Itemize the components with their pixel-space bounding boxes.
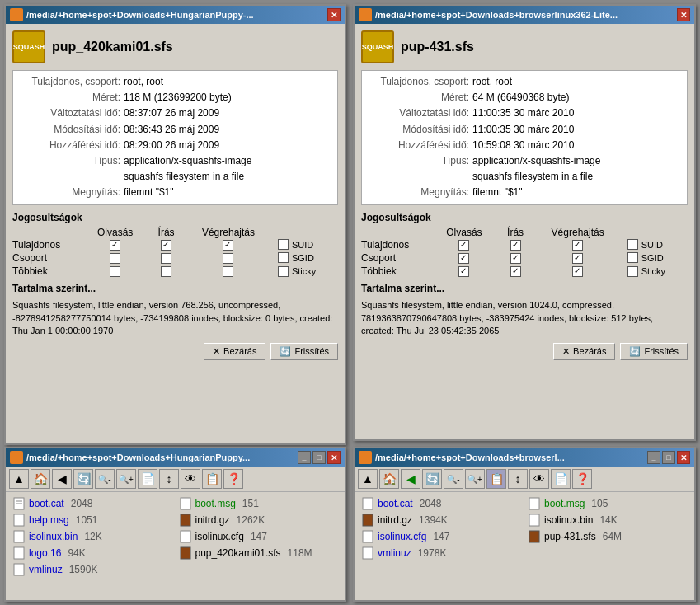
minimize-btn-fm1[interactable]: _ (298, 451, 311, 464)
refresh-btn-1[interactable]: 🔄 Frissítés (270, 343, 338, 360)
perm-suid-1[interactable] (278, 239, 289, 250)
perm-owner-read-1[interactable] (110, 240, 120, 251)
list-item[interactable]: vmlinuz 1590K (9, 561, 176, 578)
perm-group-read-1[interactable] (110, 253, 120, 264)
svg-rect-10 (14, 564, 24, 575)
window-title-1: /media/+home+spot+Downloads+HungarianPup… (26, 10, 254, 20)
svg-rect-4 (14, 514, 24, 526)
perm-owner-exec-1[interactable] (223, 240, 233, 251)
perm-other-exec-1[interactable] (223, 266, 233, 277)
home-btn-1[interactable]: 🏠 (31, 469, 50, 489)
maximize-btn-fm2[interactable]: □ (662, 451, 675, 464)
nav-up-btn-1[interactable]: ▲ (9, 469, 29, 489)
view-list-btn-2[interactable]: 📋 (486, 469, 506, 489)
zoom-in-btn-1[interactable]: 🔍+ (116, 469, 136, 489)
file-icon (12, 514, 26, 527)
preview-btn-2[interactable]: 👁 (529, 469, 549, 489)
back-btn-1[interactable]: ◀ (52, 469, 72, 489)
list-item[interactable]: vmlinuz 1978K (358, 545, 524, 561)
list-item[interactable]: isolinux.cfg 147 (176, 528, 342, 545)
file-icon (528, 497, 541, 510)
perms-title-2: Jogosultságok (361, 212, 688, 223)
maximize-btn-fm1[interactable]: □ (312, 451, 326, 464)
list-item[interactable]: boot.msg 105 (524, 495, 691, 512)
panel-btn-2[interactable]: 📄 (551, 469, 571, 489)
list-item[interactable]: pup_420kami01.sfs 118M (176, 545, 342, 561)
list-item[interactable]: pup-431.sfs 64M (524, 528, 691, 545)
perm-group-exec-1[interactable] (223, 253, 233, 264)
file-icon (12, 546, 26, 560)
list-item[interactable]: isolinux.bin 14K (524, 512, 691, 528)
perm-group-read-2[interactable] (458, 253, 469, 264)
perm-sgid-2[interactable] (627, 252, 638, 263)
perms-title-1: Jogosultságok (12, 212, 338, 223)
perm-group-write-2[interactable] (510, 253, 521, 264)
svg-rect-12 (529, 498, 539, 509)
perm-group-write-1[interactable] (161, 253, 171, 264)
perm-owner-write-1[interactable] (161, 240, 171, 251)
svg-rect-3 (181, 498, 190, 509)
nav-up-btn-2[interactable]: ▲ (358, 469, 378, 489)
close-btn-fm1[interactable]: ✕ (327, 451, 341, 464)
panel-btn-1[interactable]: 📋 (202, 469, 222, 489)
perm-other-read-1[interactable] (110, 266, 120, 277)
window-icon-1 (10, 8, 23, 21)
squash-icon-1: SQUASH (12, 30, 45, 63)
close-button-2[interactable]: ✕ (677, 8, 690, 21)
perm-other-write-1[interactable] (161, 266, 171, 277)
list-item[interactable]: boot.cat 2048 (358, 495, 524, 512)
close-btn-1[interactable]: ✕ Bezárás (204, 343, 265, 360)
perm-group-exec-2[interactable] (572, 253, 583, 264)
file-icon (12, 563, 26, 576)
list-item[interactable]: initrd.gz 1262K (176, 512, 342, 528)
perm-suid-2[interactable] (627, 239, 638, 250)
perm-sgid-1[interactable] (278, 252, 289, 263)
help-btn-2[interactable]: ❓ (572, 469, 592, 489)
fm-toolbar-2: ▲ 🏠 ◀ 🔄 🔍- 🔍+ 📋 ↕ 👁 📄 ❓ (355, 467, 694, 492)
zoom-out-btn-2[interactable]: 🔍- (444, 469, 463, 489)
perm-other-read-2[interactable] (458, 266, 469, 277)
fm-title-1: /media/+home+spot+Downloads+HungarianPup… (26, 453, 250, 462)
refresh-btn-fm2[interactable]: 🔄 (422, 469, 442, 489)
fm-toolbar-1: ▲ 🏠 ◀ 🔄 🔍- 🔍+ 📄 ↕ 👁 📋 ❓ (6, 467, 345, 492)
list-item[interactable]: help.msg 1051 (9, 512, 176, 528)
back-btn-2[interactable]: ◀ (401, 469, 420, 489)
close-icon-1: ✕ (213, 346, 220, 357)
content-title-2: Tartalma szerint... (361, 283, 688, 294)
file-icon (528, 514, 541, 527)
help-btn-1[interactable]: ❓ (223, 469, 243, 489)
close-btn-2[interactable]: ✕ Bezárás (553, 343, 615, 360)
perm-owner-write-2[interactable] (510, 240, 521, 251)
refresh-btn-fm1[interactable]: 🔄 (73, 469, 93, 489)
zoom-in-btn-2[interactable]: 🔍+ (465, 469, 485, 489)
close-btn-fm2[interactable]: ✕ (677, 451, 690, 464)
list-item[interactable]: logo.16 94K (9, 545, 176, 561)
home-btn-2[interactable]: 🏠 (379, 469, 399, 489)
perm-other-write-2[interactable] (510, 266, 521, 277)
svg-rect-5 (181, 514, 190, 526)
list-item[interactable]: isolinux.cfg 147 (358, 528, 524, 545)
preview-btn-1[interactable]: 👁 (181, 469, 200, 489)
svg-rect-16 (529, 531, 539, 542)
minimize-btn-fm2[interactable]: _ (647, 451, 660, 464)
refresh-btn-2[interactable]: 🔄 Frissítés (620, 343, 688, 360)
zoom-out-btn-1[interactable]: 🔍- (95, 469, 115, 489)
file-icon (361, 530, 374, 543)
list-item[interactable]: boot.msg 151 (176, 495, 342, 512)
view-list-btn-1[interactable]: 📄 (138, 469, 157, 489)
file-header-1: SQUASH pup_420kami01.sfs (12, 30, 338, 63)
perm-owner-exec-2[interactable] (572, 240, 583, 251)
sort-btn-2[interactable]: ↕ (508, 469, 528, 489)
list-item[interactable]: initrd.gz 1394K (358, 512, 524, 528)
titlebar-2: /media/+home+spot+Downloads+browserlinux… (355, 6, 694, 24)
perm-owner-read-2[interactable] (458, 240, 469, 251)
list-item[interactable]: boot.cat 2048 (9, 495, 176, 512)
close-icon-2: ✕ (562, 346, 570, 357)
list-item[interactable]: isolinux.bin 12K (9, 528, 176, 545)
close-button-1[interactable]: ✕ (327, 8, 341, 21)
content-text-1: Squashfs filesystem, little endian, vers… (12, 299, 338, 337)
perm-other-exec-2[interactable] (572, 266, 583, 277)
sort-btn-1[interactable]: ↕ (159, 469, 179, 489)
perm-sticky-1[interactable] (278, 266, 289, 277)
perm-sticky-2[interactable] (627, 266, 638, 277)
